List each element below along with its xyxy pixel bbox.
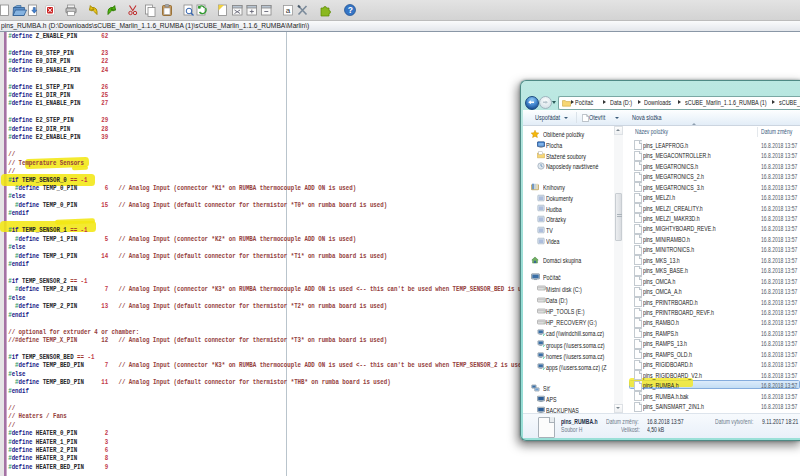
svg-text:a: a (286, 6, 291, 15)
svg-text:?: ? (348, 5, 353, 15)
